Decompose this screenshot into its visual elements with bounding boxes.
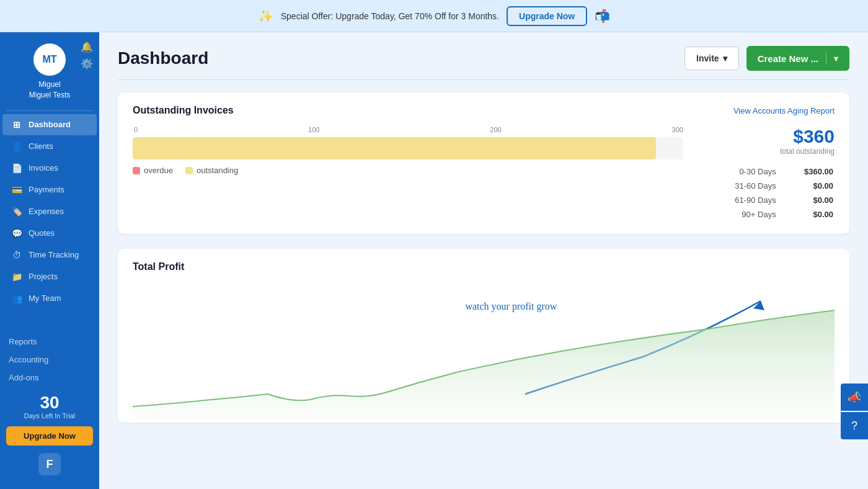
aging-amount: $0.00 bbox=[777, 207, 835, 222]
total-outstanding-amount: $360 bbox=[698, 126, 835, 147]
sidebar-bottom: 30 Days Left In Trial Upgrade Now F bbox=[0, 387, 99, 483]
create-new-label: Create New ... bbox=[758, 53, 826, 64]
invite-button[interactable]: Invite ▾ bbox=[684, 47, 739, 70]
aging-amount: $0.00 bbox=[777, 179, 835, 193]
legend-row: overdue outstanding bbox=[133, 166, 683, 175]
sidebar-item-invoices[interactable]: 📄 Invoices bbox=[2, 158, 97, 179]
profile-name: Miguel Miguel Tests bbox=[29, 79, 70, 101]
bell-icon[interactable]: 🔔 bbox=[81, 41, 93, 53]
total-profit-header: Total Profit bbox=[133, 261, 835, 272]
legend-outstanding: outstanding bbox=[185, 166, 238, 175]
create-new-button[interactable]: Create New ... ▾ bbox=[746, 46, 849, 71]
my-team-icon: 👥 bbox=[11, 294, 22, 303]
view-aging-report-link[interactable]: View Accounts Aging Report bbox=[733, 106, 835, 115]
sidebar-item-quotes[interactable]: 💬 Quotes bbox=[2, 223, 97, 244]
total-outstanding-label: total outstanding bbox=[698, 147, 835, 156]
clients-icon: 👤 bbox=[11, 141, 22, 151]
sidebar-top-icons: 🔔 ⚙️ bbox=[81, 41, 93, 70]
axis-label-200: 200 bbox=[490, 126, 501, 133]
outstanding-dot bbox=[185, 167, 193, 174]
table-row: 61-90 Days $0.00 bbox=[698, 193, 835, 207]
aging-summary: $360 total outstanding 0-30 Days $360.00… bbox=[698, 126, 835, 222]
sidebar-item-dashboard[interactable]: ⊞ Dashboard bbox=[2, 114, 97, 135]
outstanding-invoices-title: Outstanding Invoices bbox=[133, 105, 234, 116]
content-area: Dashboard Invite ▾ Create New ... ▾ Outs… bbox=[99, 32, 868, 489]
megaphone-button[interactable]: 📣 bbox=[841, 384, 868, 411]
aging-period: 61-90 Days bbox=[698, 193, 777, 207]
outstanding-label: outstanding bbox=[197, 166, 238, 175]
axis-label-300: 300 bbox=[672, 126, 683, 133]
axis-label-100: 100 bbox=[308, 126, 319, 133]
aging-table: 0-30 Days $360.00 31-60 Days $0.00 61-90… bbox=[698, 164, 835, 222]
overdue-label: overdue bbox=[144, 166, 173, 175]
sidebar-item-label: Time Tracking bbox=[29, 250, 79, 259]
table-row: 0-30 Days $360.00 bbox=[698, 164, 835, 179]
sidebar-item-projects[interactable]: 📁 Projects bbox=[2, 266, 97, 287]
sidebar-item-accounting[interactable]: Accounting bbox=[0, 351, 99, 369]
freshbooks-logo-box: F bbox=[38, 453, 61, 475]
chevron-down-icon: ▾ bbox=[723, 53, 727, 63]
time-tracking-icon: ⏱ bbox=[11, 250, 22, 260]
total-profit-card: Total Profit watch your profit grow bbox=[118, 249, 849, 423]
sidebar-item-my-team[interactable]: 👥 My Team bbox=[2, 288, 97, 309]
outstanding-invoices-header: Outstanding Invoices View Accounts Aging… bbox=[133, 105, 835, 116]
quotes-icon: 💬 bbox=[11, 228, 22, 238]
sidebar-section-items: Reports Accounting Add-ons bbox=[0, 333, 99, 387]
table-row: 31-60 Days $0.00 bbox=[698, 179, 835, 193]
legend-overdue: overdue bbox=[133, 166, 173, 175]
aging-period: 0-30 Days bbox=[698, 164, 777, 179]
total-profit-title: Total Profit bbox=[133, 261, 184, 272]
bar-chart-section: 0 100 200 300 overdue bbox=[133, 126, 683, 175]
sidebar-item-label: Payments bbox=[29, 185, 64, 194]
aging-period: 90+ Days bbox=[698, 207, 777, 222]
projects-icon: 📁 bbox=[11, 272, 22, 282]
sidebar-divider bbox=[6, 110, 93, 111]
help-button[interactable]: ? bbox=[841, 412, 868, 439]
dashboard-main: Outstanding Invoices View Accounts Aging… bbox=[99, 80, 868, 435]
sidebar-item-label: Projects bbox=[29, 272, 58, 281]
sidebar-item-expenses[interactable]: 🏷️ Expenses bbox=[2, 201, 97, 222]
invoice-chart-area: 0 100 200 300 overdue bbox=[133, 126, 835, 222]
trial-label: Days Left In Trial bbox=[6, 411, 93, 420]
axis-label-0: 0 bbox=[134, 126, 138, 133]
top-banner: ✨ Special Offer: Upgrade Today, Get 70% … bbox=[0, 0, 868, 32]
sidebar-item-label: Invoices bbox=[29, 163, 58, 173]
freshbooks-logo: F bbox=[6, 453, 93, 475]
invite-label: Invite bbox=[696, 53, 719, 63]
bar-container bbox=[133, 137, 683, 159]
sidebar-item-reports[interactable]: Reports bbox=[0, 333, 99, 351]
payments-icon: 💳 bbox=[11, 185, 22, 195]
floating-buttons: 📣 ? bbox=[841, 384, 868, 439]
content-header: Dashboard Invite ▾ Create New ... ▾ bbox=[99, 32, 868, 79]
sidebar-item-add-ons[interactable]: Add-ons bbox=[0, 369, 99, 387]
dashboard-icon: ⊞ bbox=[11, 120, 22, 130]
page-title: Dashboard bbox=[118, 48, 208, 68]
sidebar-item-payments[interactable]: 💳 Payments bbox=[2, 179, 97, 200]
gear-icon[interactable]: ⚙️ bbox=[81, 58, 93, 70]
aging-amount: $360.00 bbox=[777, 164, 835, 179]
aging-period: 31-60 Days bbox=[698, 179, 777, 193]
sidebar-item-clients[interactable]: 👤 Clients bbox=[2, 136, 97, 157]
sidebar-item-label: Clients bbox=[29, 141, 53, 151]
create-new-arrow-icon: ▾ bbox=[826, 54, 838, 63]
table-row: 90+ Days $0.00 bbox=[698, 207, 835, 222]
sidebar-item-label: Expenses bbox=[29, 207, 64, 216]
header-actions: Invite ▾ Create New ... ▾ bbox=[684, 46, 849, 71]
sidebar-nav: ⊞ Dashboard 👤 Clients 📄 Invoices 💳 Payme… bbox=[0, 114, 99, 333]
axis-labels: 0 100 200 300 bbox=[133, 126, 683, 133]
banner-emoji-right: 📬 bbox=[595, 9, 610, 24]
avatar: MT bbox=[33, 43, 66, 76]
profit-chart-area: watch your profit grow bbox=[133, 282, 835, 419]
sidebar-item-label: Quotes bbox=[29, 228, 55, 238]
sidebar: MT Miguel Miguel Tests 🔔 ⚙️ ⊞ Dashboard … bbox=[0, 32, 99, 489]
sidebar-upgrade-button[interactable]: Upgrade Now bbox=[6, 426, 93, 446]
expenses-icon: 🏷️ bbox=[11, 207, 22, 217]
sidebar-item-label: Dashboard bbox=[29, 120, 71, 129]
overdue-dot bbox=[133, 167, 140, 174]
sidebar-item-time-tracking[interactable]: ⏱ Time Tracking bbox=[2, 244, 97, 266]
sidebar-item-label: My Team bbox=[29, 294, 61, 303]
aging-amount: $0.00 bbox=[777, 193, 835, 207]
banner-emoji-left: ✨ bbox=[258, 9, 273, 24]
banner-upgrade-button[interactable]: Upgrade Now bbox=[507, 6, 587, 26]
invoices-icon: 📄 bbox=[11, 163, 22, 173]
